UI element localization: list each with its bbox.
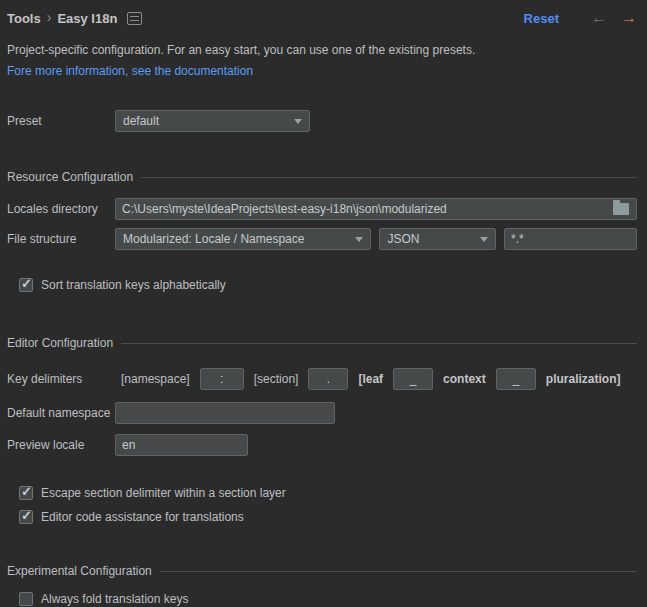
context-delimiter-input[interactable] [496,368,536,390]
easy-i18n-settings-page: Tools › Easy I18n Reset ← → Project-spec… [0,0,647,607]
checkbox-icon: ✓ [19,278,33,292]
chevron-down-icon [294,119,302,124]
reset-link[interactable]: Reset [524,11,559,26]
key-delimiters-label: Key delimiters [7,372,115,386]
resource-section-title: Resource Configuration [7,170,133,184]
code-assistance-label: Editor code assistance for translations [41,510,244,524]
file-format-dropdown[interactable]: JSON [379,228,496,250]
section-divider [121,343,637,344]
experimental-section-title: Experimental Configuration [7,564,152,578]
leaf-delimiter-input[interactable] [393,368,433,390]
settings-header: Tools › Easy I18n Reset ← → [7,8,637,28]
context-delimiter-label: context [443,372,486,386]
sort-keys-label: Sort translation keys alphabetically [41,278,226,292]
description-text: Project-specific configuration. For an e… [7,43,637,57]
pluralization-delimiter-label: pluralization] [546,372,621,386]
breadcrumb: Tools › Easy I18n [7,11,142,26]
file-structure-dropdown[interactable]: Modularized: Locale / Namespace [115,228,371,250]
check-icon: ✓ [21,276,32,291]
default-namespace-input[interactable] [115,402,335,424]
escape-delimiter-checkbox[interactable]: ✓ Escape section delimiter within a sect… [7,486,637,500]
forward-arrow-icon[interactable]: → [621,10,637,26]
chevron-down-icon [480,237,488,242]
documentation-link[interactable]: Fore more information, see the documenta… [7,64,637,78]
namespace-delimiter-label: [namespace] [121,372,190,386]
preset-row: Preset default [7,110,637,132]
editor-section-header: Editor Configuration [7,336,637,350]
resource-section-header: Resource Configuration [7,170,637,184]
breadcrumb-separator-icon: › [47,9,52,25]
locales-directory-row: Locales directory [7,198,637,220]
browse-folder-button[interactable] [613,201,631,217]
fold-keys-label: Always fold translation keys [41,592,188,606]
back-arrow-icon[interactable]: ← [591,10,607,26]
check-icon: ✓ [21,484,32,499]
section-delimiter-input[interactable] [308,368,348,390]
sort-keys-checkbox[interactable]: ✓ Sort translation keys alphabetically [7,278,637,292]
fold-keys-checkbox[interactable]: ✓ Always fold translation keys [7,592,637,606]
check-icon: ✓ [21,508,32,523]
file-structure-row: File structure Modularized: Locale / Nam… [7,228,637,250]
locales-directory-input[interactable] [115,198,637,220]
section-delimiter-label: [section] [254,372,299,386]
checkbox-icon: ✓ [19,510,33,524]
leaf-delimiter-label: [leaf [358,372,383,386]
breadcrumb-tools[interactable]: Tools [7,11,41,26]
code-assistance-checkbox[interactable]: ✓ Editor code assistance for translation… [7,510,637,524]
checkbox-icon: ✓ [19,592,33,606]
preset-value: default [123,114,159,128]
file-pattern-input[interactable] [504,228,637,250]
experimental-section-header: Experimental Configuration [7,564,637,578]
chevron-down-icon [355,237,363,242]
file-format-value: JSON [387,232,419,246]
escape-delimiter-label: Escape section delimiter within a sectio… [41,486,286,500]
locales-directory-label: Locales directory [7,202,115,216]
default-namespace-row: Default namespace [7,402,637,424]
preset-dropdown[interactable]: default [115,110,310,132]
checkbox-icon: ✓ [19,486,33,500]
section-divider [160,571,637,572]
editor-section-title: Editor Configuration [7,336,113,350]
key-delimiters-row: Key delimiters [namespace] [section] [le… [7,368,637,390]
namespace-delimiter-input[interactable] [200,368,244,390]
file-structure-value: Modularized: Locale / Namespace [123,232,304,246]
default-namespace-label: Default namespace [7,406,115,420]
preview-locale-label: Preview locale [7,438,115,452]
breadcrumb-current: Easy I18n [57,11,117,26]
folder-icon [613,203,629,215]
preset-label: Preset [7,114,115,128]
preview-locale-row: Preview locale [7,434,637,456]
preview-locale-input[interactable] [115,434,248,456]
section-divider [141,177,637,178]
file-structure-label: File structure [7,232,115,246]
easy-i18n-plugin-icon [127,12,142,25]
